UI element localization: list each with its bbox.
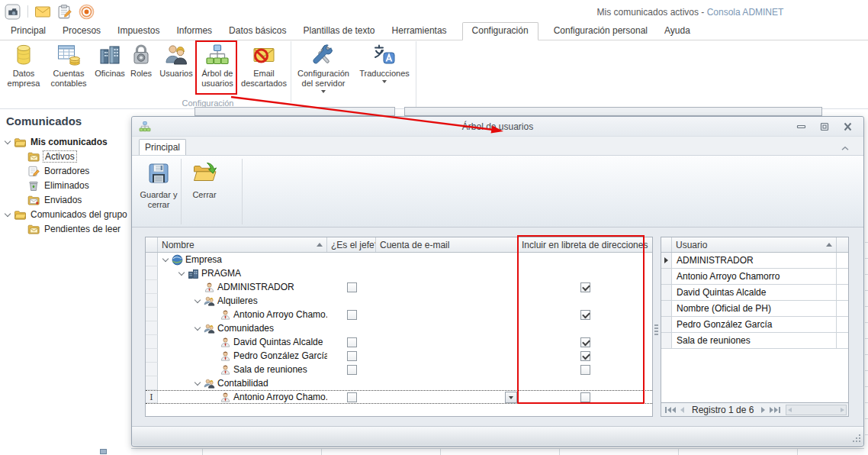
row-indicator xyxy=(146,376,158,390)
ribbon-button-email-descartados[interactable]: Email descartados xyxy=(238,41,290,96)
user-list-row[interactable]: Nombre (Oficial de PH) xyxy=(661,301,848,317)
lock-icon xyxy=(129,43,153,67)
annotation-box-arbol-button xyxy=(195,40,237,95)
is-boss-checkbox[interactable] xyxy=(347,365,357,375)
ribbon-button-roles[interactable]: Roles xyxy=(127,41,156,96)
previous-record-button[interactable] xyxy=(678,405,686,415)
expander-icon[interactable] xyxy=(3,209,14,220)
ribbon-button-cuentas-contables[interactable]: Cuentas contables xyxy=(44,41,93,96)
row-indicator xyxy=(146,280,158,294)
ribbon-button-usuarios[interactable]: Usuarios xyxy=(156,41,197,96)
ribbon-button-configuracion-del-servidor[interactable]: Configuración del servidor xyxy=(292,41,355,96)
column-header-es-el-jefe[interactable]: ¿Es el jefe? xyxy=(327,237,376,252)
scroll-left-icon[interactable] xyxy=(788,408,792,412)
expander-icon[interactable] xyxy=(3,137,14,147)
sidebar-comunicados: Comunicados Mis comunicados Activos Borr… xyxy=(0,109,131,455)
scroll-right-icon[interactable] xyxy=(841,408,844,412)
expander-icon[interactable] xyxy=(161,254,172,265)
ribbon-button-datos-empresa[interactable]: Datos empresa xyxy=(3,41,44,96)
tree-node-label: Contabilidad xyxy=(217,378,268,389)
sidebar-item-pendientes-de-leer[interactable]: Pendientes de leer xyxy=(0,221,131,236)
user-list-row[interactable]: Antonio Arroyo Chamorro xyxy=(661,269,848,285)
is-boss-checkbox[interactable] xyxy=(347,337,357,347)
app-icon[interactable] xyxy=(5,4,21,20)
dialog-title: Árbol de usuarios xyxy=(132,121,863,132)
close-button[interactable]: Cerrar xyxy=(185,161,223,200)
sidebar-item-mis-comunicados[interactable]: Mis comunicados xyxy=(0,134,131,149)
restore-icon[interactable] xyxy=(820,122,829,131)
tab-ayuda[interactable]: Ayuda xyxy=(663,23,692,40)
tab-impuestos[interactable]: Impuestos xyxy=(116,23,161,40)
tree-node-label: PRAGMA xyxy=(201,268,241,279)
mail-folder-icon xyxy=(27,150,40,163)
ribbon-button-traducciones[interactable]: Traducciones xyxy=(355,41,414,96)
current-row-icon xyxy=(664,257,668,263)
tab-plantillas-de-texto[interactable]: Plantillas de texto xyxy=(301,23,376,40)
column-header-nombre[interactable]: Nombre xyxy=(158,237,327,252)
user-list-row[interactable]: Sala de reuniones xyxy=(661,333,848,349)
close-icon[interactable] xyxy=(843,122,853,131)
row-indicator xyxy=(146,335,158,349)
tab-procesos[interactable]: Procesos xyxy=(61,23,102,40)
dialog-tab-principal[interactable]: Principal xyxy=(139,139,186,155)
broadcast-icon[interactable] xyxy=(79,4,95,20)
sidebar-item-eliminados[interactable]: Eliminados xyxy=(0,178,131,192)
expander-icon[interactable] xyxy=(193,378,204,389)
dialog-status-bar xyxy=(132,426,863,445)
sidebar-item-enviados[interactable]: Enviados xyxy=(0,192,131,207)
row-indicator-header xyxy=(146,237,158,252)
mail-icon[interactable] xyxy=(35,6,50,18)
tab-configuracion[interactable]: Configuración xyxy=(462,22,538,40)
sidebar-item-activos[interactable]: Activos xyxy=(0,149,131,163)
resize-grip-icon[interactable] xyxy=(851,433,860,442)
column-header-usuario[interactable]: Usuario xyxy=(672,237,837,252)
save-and-close-button[interactable]: Guardar y cerrar xyxy=(137,161,181,211)
dialog-arbol-de-usuarios: Árbol de usuarios Principal Guardar y ce… xyxy=(131,116,864,447)
user-icon xyxy=(204,282,215,293)
user-list-row[interactable]: David Quintas Alcalde xyxy=(661,285,848,301)
minimize-icon[interactable] xyxy=(796,122,806,131)
is-boss-checkbox[interactable] xyxy=(347,392,357,402)
sidebar-item-comunicados-del-grupo[interactable]: Comunicados del grupo xyxy=(0,207,131,221)
collapse-ribbon-icon[interactable] xyxy=(841,143,850,153)
user-list-row[interactable]: ADMINISTRADOR xyxy=(661,253,848,269)
is-boss-checkbox[interactable] xyxy=(347,282,357,292)
user-cell: ADMINISTRADOR xyxy=(672,253,837,268)
tab-herramientas[interactable]: Herramientas xyxy=(391,23,448,40)
panel-splitter-handle[interactable] xyxy=(654,324,658,344)
users-icon xyxy=(164,43,188,67)
dialog-titlebar[interactable]: Árbol de usuarios xyxy=(132,117,863,137)
tasks-icon[interactable] xyxy=(57,5,72,19)
sidebar-item-borradores[interactable]: Borradores xyxy=(0,163,131,178)
tree-node-label: Antonio Arroyo Chamo... xyxy=(233,309,327,320)
tab-configuracion-personal[interactable]: Configuración personal xyxy=(552,23,649,40)
email-combo-dropdown[interactable] xyxy=(505,392,517,403)
ribbon-button-label: Cuentas contables xyxy=(44,69,93,89)
tab-principal[interactable]: Principal xyxy=(9,23,47,40)
save-icon xyxy=(146,161,171,186)
close-folder-icon xyxy=(192,161,217,186)
sidebar-item-label: Activos xyxy=(43,150,77,163)
tab-datos-basicos[interactable]: Datos básicos xyxy=(227,23,288,40)
record-navigator: Registro 1 de 6 xyxy=(661,403,849,417)
ribbon-button-oficinas[interactable]: Oficinas xyxy=(93,41,127,96)
translations-icon xyxy=(372,43,397,67)
tree-node-label: Alquileres xyxy=(217,295,258,306)
folder-icon xyxy=(14,136,26,148)
expander-icon[interactable] xyxy=(193,323,204,334)
empty-column-header xyxy=(837,237,848,252)
row-indicator-header xyxy=(661,237,672,252)
next-record-button[interactable] xyxy=(759,405,767,415)
expander-icon[interactable] xyxy=(177,268,188,279)
last-record-button[interactable] xyxy=(767,405,783,415)
database-icon xyxy=(11,43,36,67)
is-boss-checkbox[interactable] xyxy=(347,310,357,320)
tab-informes[interactable]: Informes xyxy=(175,23,214,40)
tree-node-label: Antonio Arroyo Chamo... xyxy=(233,392,327,402)
user-list-row[interactable]: Pedro González García xyxy=(661,317,848,333)
is-boss-checkbox[interactable] xyxy=(347,351,357,361)
horizontal-scrollbar[interactable] xyxy=(786,405,847,415)
column-header-cuenta-email[interactable]: Cuenta de e-mail xyxy=(376,237,518,252)
expander-icon[interactable] xyxy=(193,295,204,306)
first-record-button[interactable] xyxy=(663,405,678,415)
